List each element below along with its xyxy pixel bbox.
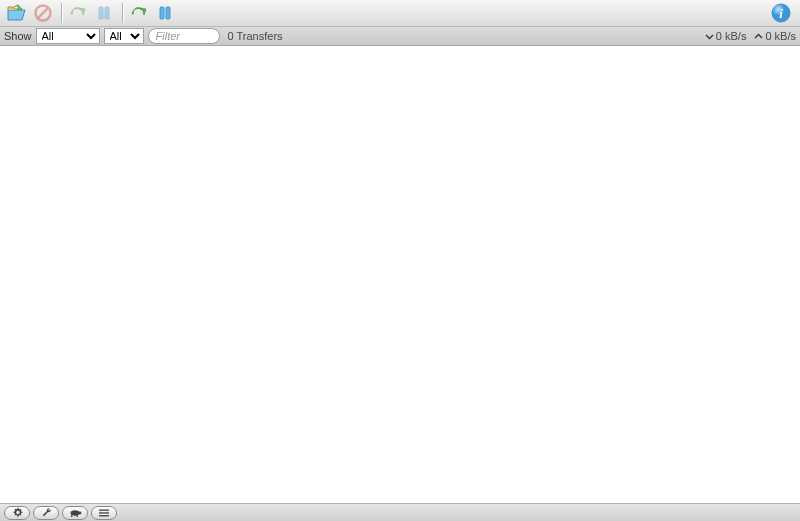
settings-button[interactable] bbox=[4, 506, 30, 520]
resume-all-button[interactable] bbox=[126, 2, 150, 24]
turtle-icon bbox=[68, 508, 82, 518]
torrent-list bbox=[0, 46, 800, 503]
compact-view-button[interactable] bbox=[91, 506, 117, 520]
pause-button[interactable] bbox=[92, 2, 116, 24]
svg-rect-12 bbox=[77, 515, 78, 517]
download-speed-value: 0 kB/s bbox=[716, 30, 747, 42]
resume-all-icon bbox=[129, 5, 147, 21]
svg-rect-11 bbox=[71, 515, 72, 517]
folder-open-icon bbox=[6, 4, 26, 22]
svg-rect-14 bbox=[99, 512, 109, 513]
svg-rect-13 bbox=[99, 509, 109, 510]
resume-icon bbox=[68, 5, 86, 21]
svg-line-1 bbox=[39, 9, 48, 18]
info-button[interactable]: i bbox=[769, 2, 793, 24]
pause-all-button[interactable] bbox=[153, 2, 177, 24]
status-bar bbox=[0, 503, 800, 521]
tools-button[interactable] bbox=[33, 506, 59, 520]
filter-input[interactable] bbox=[148, 28, 220, 44]
svg-rect-4 bbox=[160, 7, 164, 19]
tracker-filter-select[interactable]: All bbox=[104, 28, 144, 44]
gear-icon bbox=[12, 507, 23, 518]
upload-speed[interactable]: 0 kB/s bbox=[754, 30, 796, 42]
svg-rect-5 bbox=[166, 7, 170, 19]
svg-rect-3 bbox=[105, 7, 109, 19]
resume-button[interactable] bbox=[65, 2, 89, 24]
show-label: Show bbox=[4, 30, 32, 42]
filter-bar: Show All All 0 Transfers 0 kB/s 0 kB/s bbox=[0, 27, 800, 46]
toolbar-separator bbox=[122, 3, 123, 23]
main-toolbar: i bbox=[0, 0, 800, 27]
transfers-count-label: 0 Transfers bbox=[228, 30, 283, 42]
state-filter-select[interactable]: All bbox=[36, 28, 100, 44]
wrench-icon bbox=[41, 507, 52, 518]
pause-all-icon bbox=[157, 5, 173, 21]
remove-button[interactable] bbox=[31, 2, 55, 24]
chevron-down-icon bbox=[705, 32, 714, 41]
upload-speed-value: 0 kB/s bbox=[765, 30, 796, 42]
chevron-up-icon bbox=[754, 32, 763, 41]
svg-text:i: i bbox=[779, 6, 783, 21]
svg-rect-15 bbox=[99, 515, 109, 516]
open-button[interactable] bbox=[4, 2, 28, 24]
turtle-button[interactable] bbox=[62, 506, 88, 520]
download-speed[interactable]: 0 kB/s bbox=[705, 30, 747, 42]
svg-point-9 bbox=[71, 510, 80, 516]
svg-rect-2 bbox=[99, 7, 103, 19]
toolbar-separator bbox=[61, 3, 62, 23]
pause-icon bbox=[96, 5, 112, 21]
svg-point-10 bbox=[79, 511, 82, 514]
prohibit-icon bbox=[34, 4, 52, 22]
list-icon bbox=[98, 508, 110, 518]
info-icon: i bbox=[771, 3, 791, 23]
